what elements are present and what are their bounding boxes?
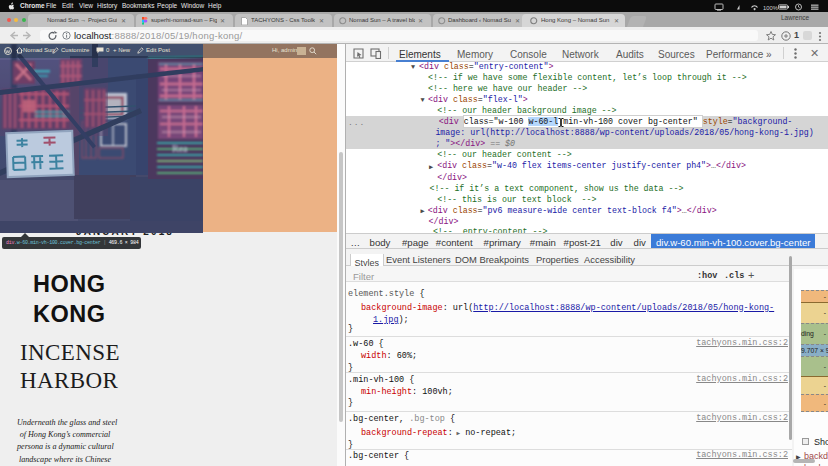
svg-text:100%: 100% [763, 4, 778, 10]
